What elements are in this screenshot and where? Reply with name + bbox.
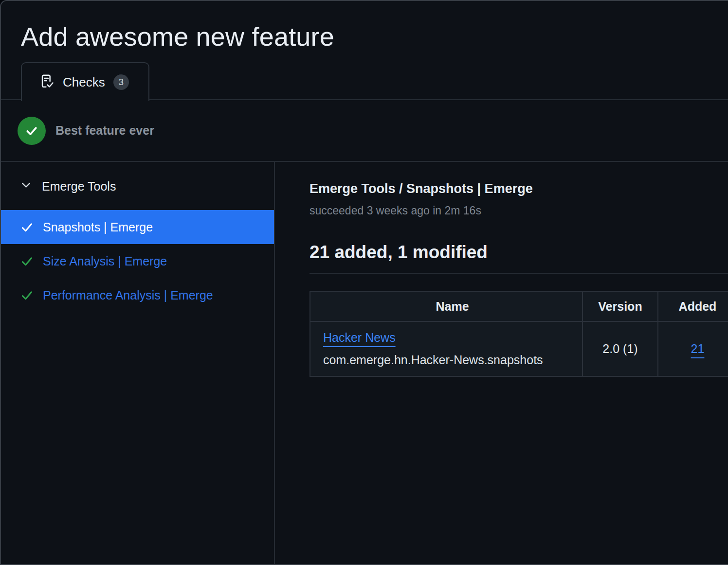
chevron-down-icon	[19, 178, 33, 194]
sidebar-item-performance-analysis-emerge[interactable]: Performance Analysis | Emerge	[1, 278, 274, 312]
check-run-detail: Emerge Tools / Snapshots | Emerge succee…	[275, 162, 728, 564]
checklist-icon	[39, 73, 55, 91]
sidebar-group-label: Emerge Tools	[42, 179, 116, 194]
sidebar-item-label: Performance Analysis | Emerge	[43, 288, 213, 302]
added-count-link[interactable]: 21	[691, 342, 705, 355]
table-header-row: Name Version Added	[310, 291, 728, 321]
tab-checks-label: Checks	[63, 75, 105, 90]
content-split: Emerge Tools Snapshots | Emerge Size Ana…	[1, 162, 728, 564]
tab-checks-count-badge: 3	[113, 74, 129, 90]
table-row: Hacker News com.emerge.hn.Hacker-News.sn…	[310, 321, 728, 376]
checks-page-panel: Add awesome new feature Checks 3	[0, 0, 728, 565]
app-name-link[interactable]: Hacker News	[323, 331, 396, 344]
sidebar-item-size-analysis-emerge[interactable]: Size Analysis | Emerge	[1, 244, 274, 278]
version-cell: 2.0 (1)	[582, 321, 658, 376]
check-circle-icon	[18, 117, 46, 145]
check-run-status-line: succeeded 3 weeks ago in 2m 16s	[309, 204, 728, 217]
summary-divider	[309, 273, 728, 274]
tab-bar: Checks 3	[21, 62, 728, 100]
summary-heading: 21 added, 1 modified	[309, 242, 728, 263]
sidebar-item-snapshots-emerge[interactable]: Snapshots | Emerge	[1, 210, 274, 244]
bundle-identifier: com.emerge.hn.Hacker-News.snapshots	[323, 353, 572, 367]
sidebar-item-label: Size Analysis | Emerge	[43, 254, 167, 268]
sidebar-item-label: Snapshots | Emerge	[43, 220, 153, 234]
column-header-version: Version	[582, 291, 658, 321]
checks-sidebar: Emerge Tools Snapshots | Emerge Size Ana…	[1, 162, 275, 564]
check-icon	[20, 221, 34, 234]
added-cell: 21	[658, 321, 728, 376]
name-cell: Hacker News com.emerge.hn.Hacker-News.sn…	[310, 321, 582, 376]
status-banner-label: Best feature ever	[55, 124, 154, 138]
sidebar-group-emerge-tools[interactable]: Emerge Tools	[1, 174, 274, 199]
check-run-title: Emerge Tools / Snapshots | Emerge	[309, 181, 728, 196]
column-header-added: Added	[658, 291, 728, 321]
check-icon	[20, 289, 34, 302]
column-header-name: Name	[310, 291, 582, 321]
results-table: Name Version Added Hacker News com.emerg…	[309, 291, 728, 377]
tab-checks[interactable]: Checks 3	[21, 62, 149, 101]
page-title: Add awesome new feature	[21, 21, 728, 52]
status-banner: Best feature ever	[1, 100, 728, 162]
page-header: Add awesome new feature Checks 3	[1, 1, 728, 100]
check-icon	[20, 255, 34, 268]
